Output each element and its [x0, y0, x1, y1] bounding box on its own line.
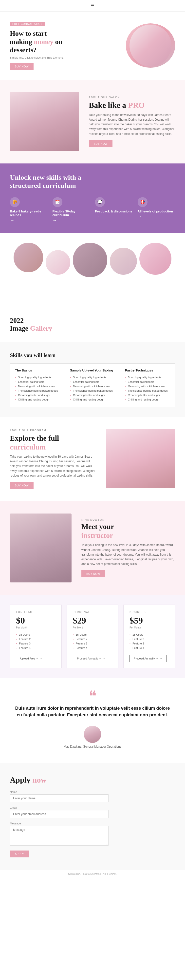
pricing-tier-team: FOR TEAM — [16, 611, 56, 614]
skills-col-uplevel-list: Sourcing quality ingredients Essential b… — [70, 375, 115, 402]
bakery-icon: 🥐 — [10, 197, 20, 207]
apply-title: Apply now — [10, 775, 175, 784]
email-label: Email — [10, 806, 175, 809]
pricing-features-business: 15 Users Feature 2 Feature 3 Feature 4 — [129, 632, 169, 650]
calendar-icon: 📅 — [53, 197, 63, 207]
curriculum-arrow-2[interactable]: → — [53, 218, 90, 223]
curriculum-arrow-4[interactable]: → — [138, 214, 175, 220]
explore-description: Take your baking to the new level in 30 … — [10, 454, 96, 478]
curriculum-item-1-title: Bake 8 bakery-ready recipes — [10, 210, 48, 217]
explore-image — [106, 429, 175, 488]
hero-section: FREE CONSULTATION How to start making mo… — [0, 11, 185, 80]
explore-label: ABOUT OUR PROGRAM — [10, 429, 96, 432]
curriculum-item-3: 💬 Feedback & discussions → — [95, 197, 133, 223]
instructor-title: Meet your instructor — [81, 522, 175, 540]
salon-title-pre: Bake like a — [89, 101, 128, 110]
skills-col-basics-title: The Basics — [15, 369, 60, 372]
salon-description: Take your baking to the new level in 30 … — [89, 113, 175, 136]
hero-cta-button[interactable]: BUY NOW — [10, 63, 34, 70]
explore-image-inner — [106, 429, 175, 488]
list-item: Sourcing quality ingredients — [70, 375, 115, 380]
navigation-bar: ☰ — [0, 0, 185, 11]
hero-title-line2-post: on — [53, 38, 63, 46]
pricing-card-team: FOR TEAM $0 Per Month 15 Users Feature 2… — [10, 605, 62, 668]
salon-cta-button[interactable]: BUY NOW — [89, 140, 113, 147]
hero-content: FREE CONSULTATION How to start making mo… — [10, 21, 126, 70]
apply-title-pre: Apply — [10, 775, 32, 784]
list-item: Feature 2 — [129, 637, 169, 641]
quote-section: ❝ Duis aute irure dolor in reprehenderit… — [0, 678, 185, 763]
salon-title-pro: PRO — [128, 101, 145, 110]
pricing-tier-personal: PERSONAL — [73, 611, 112, 614]
list-item: Feature 2 — [73, 637, 112, 641]
salon-image — [10, 92, 79, 151]
skills-col-basics: The Basics Sourcing quality ingredients … — [10, 364, 65, 407]
email-input[interactable] — [10, 810, 109, 818]
quote-avatar — [84, 726, 101, 743]
curriculum-arrow-3[interactable]: → — [95, 214, 133, 220]
list-item: Essential baking tools — [125, 380, 170, 384]
apply-submit-button[interactable]: APPLY — [10, 851, 29, 858]
message-textarea[interactable] — [10, 826, 109, 846]
name-label: Name — [10, 791, 175, 794]
hero-title-line1: How to start — [10, 30, 47, 37]
list-item: Chilling and resting dough — [15, 397, 60, 402]
list-item: Essential baking tools — [15, 380, 60, 384]
pricing-cta-team[interactable]: Upload Free → — [16, 655, 47, 662]
chat-icon: 💬 — [95, 197, 105, 207]
list-item: Chilling and resting dough — [125, 397, 170, 402]
gallery-image-3 — [73, 243, 107, 277]
explore-title: Explore the full curriculum — [10, 434, 96, 452]
list-item: Feature 3 — [129, 641, 169, 646]
instructor-cta-button[interactable]: BUY NOW — [81, 570, 105, 577]
gallery-year: 2022 — [10, 317, 24, 324]
name-input[interactable] — [10, 794, 109, 802]
instructor-title-pre: Meet your — [81, 522, 114, 530]
curriculum-arrow-1[interactable]: → — [10, 218, 48, 223]
explore-cta-button[interactable]: BUY NOW — [10, 482, 34, 489]
pricing-period-team: Per Month — [16, 626, 56, 629]
skills-grid: The Basics Sourcing quality ingredients … — [10, 363, 175, 407]
quote-avatar-inner — [84, 726, 101, 743]
explore-title-line1: Explore the full — [10, 434, 59, 442]
gallery-images — [10, 243, 175, 312]
hero-title-line3: desserts? — [10, 46, 37, 54]
hero-subtitle: Simple line. Click to select the True El… — [10, 56, 121, 59]
hamburger-icon[interactable]: ☰ — [90, 3, 95, 8]
pricing-cta-business[interactable]: Proceed Annually → — [129, 655, 167, 662]
list-item: Measuring with a kitchen scale — [15, 384, 60, 388]
hero-badge: FREE CONSULTATION — [10, 22, 45, 26]
list-item: The science behind baked goods — [125, 388, 170, 393]
list-item: Creaming butter and sugar — [70, 393, 115, 397]
instructor-section: NINA DOWSON Meet your instructor Take yo… — [0, 501, 185, 595]
list-item: Sourcing quality ingredients — [15, 375, 60, 380]
quote-text: Duis aute irure dolor in reprehenderit i… — [15, 705, 170, 718]
pricing-price-business: $59 — [129, 616, 169, 626]
pricing-price-team: $0 — [16, 616, 56, 626]
curriculum-item-4-title: All levels of production — [138, 210, 175, 213]
list-item: Chilling and resting dough — [70, 397, 115, 402]
list-item: Creaming butter and sugar — [15, 393, 60, 397]
pricing-price-personal: $29 — [73, 616, 112, 626]
skills-col-basics-list: Sourcing quality ingredients Essential b… — [15, 375, 60, 402]
list-item: The science behind baked goods — [70, 388, 115, 393]
list-item: 15 Users — [129, 632, 169, 637]
name-field-group: Name — [10, 791, 175, 802]
pricing-tier-business: BUSINESS — [129, 611, 169, 614]
curriculum-item-2: 📅 Flexible 30-day curriculum → — [53, 197, 90, 223]
pricing-cta-personal[interactable]: Proceed Annually → — [73, 655, 110, 662]
curriculum-item-1: 🥐 Bake 8 bakery-ready recipes → — [10, 197, 48, 223]
explore-title-highlight: curriculum — [10, 443, 46, 451]
curriculum-title: Unlock new skills with a structured curr… — [10, 173, 84, 190]
skills-title: Skills you will learn — [10, 352, 175, 358]
list-item: Essential baking tools — [70, 380, 115, 384]
hero-title-money: money — [34, 38, 53, 46]
instructor-title-highlight: instructor — [81, 531, 113, 539]
pricing-period-business: Per Month — [129, 626, 169, 629]
gallery-image-2 — [46, 250, 70, 275]
footer-note: Simple line. Click to select the True El… — [0, 870, 185, 878]
instructor-description: Take your baking to the new level in 30 … — [81, 543, 175, 566]
pricing-features-team: 15 Users Feature 2 Feature 3 Feature 4 — [16, 632, 56, 650]
hero-food-circle — [129, 25, 171, 67]
gallery-title-pre: Image — [10, 325, 30, 332]
